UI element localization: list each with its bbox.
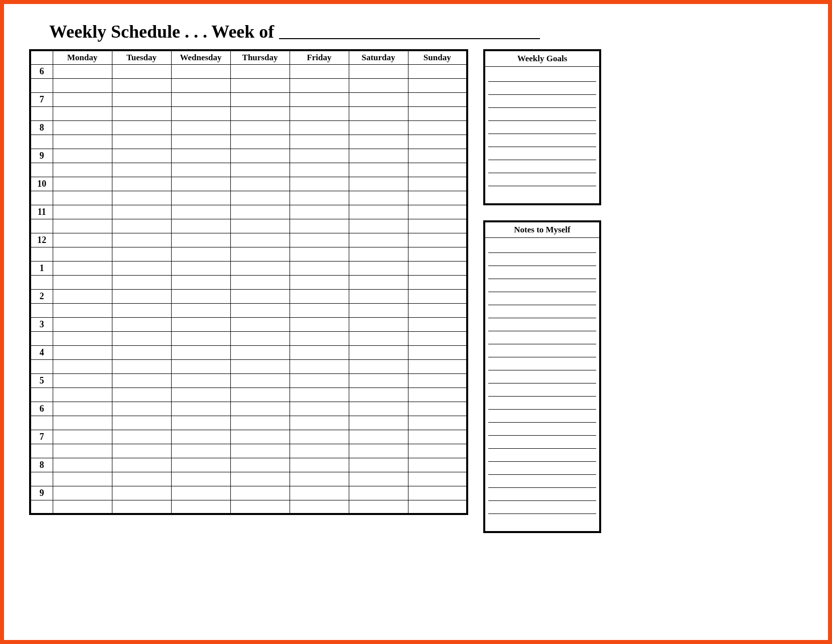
schedule-cell[interactable]	[230, 219, 290, 233]
schedule-cell[interactable]	[171, 303, 230, 317]
writing-line[interactable]	[488, 134, 596, 147]
schedule-cell[interactable]	[53, 261, 112, 275]
writing-line[interactable]	[488, 501, 596, 514]
schedule-cell[interactable]	[408, 92, 467, 106]
schedule-cell[interactable]	[408, 78, 467, 92]
schedule-cell[interactable]	[408, 303, 467, 317]
schedule-cell[interactable]	[171, 135, 230, 149]
schedule-cell[interactable]	[230, 261, 290, 275]
schedule-cell[interactable]	[171, 359, 230, 373]
writing-line[interactable]	[488, 397, 596, 410]
schedule-cell[interactable]	[53, 345, 112, 359]
schedule-cell[interactable]	[171, 458, 230, 472]
schedule-cell[interactable]	[408, 191, 467, 205]
schedule-cell[interactable]	[53, 163, 112, 177]
schedule-cell[interactable]	[171, 317, 230, 331]
schedule-cell[interactable]	[408, 120, 467, 135]
schedule-cell[interactable]	[349, 149, 408, 163]
schedule-cell[interactable]	[53, 275, 112, 289]
schedule-cell[interactable]	[290, 388, 349, 402]
schedule-cell[interactable]	[53, 106, 112, 120]
schedule-cell[interactable]	[408, 149, 467, 163]
schedule-cell[interactable]	[171, 247, 230, 261]
schedule-cell[interactable]	[112, 78, 171, 92]
schedule-cell[interactable]	[290, 345, 349, 359]
schedule-cell[interactable]	[290, 416, 349, 430]
schedule-cell[interactable]	[408, 275, 467, 289]
schedule-cell[interactable]	[290, 458, 349, 472]
schedule-cell[interactable]	[290, 64, 349, 78]
schedule-cell[interactable]	[230, 92, 290, 106]
schedule-cell[interactable]	[230, 78, 290, 92]
schedule-cell[interactable]	[349, 289, 408, 303]
schedule-cell[interactable]	[290, 303, 349, 317]
schedule-cell[interactable]	[112, 275, 171, 289]
writing-line[interactable]	[488, 331, 596, 344]
schedule-cell[interactable]	[171, 120, 230, 135]
schedule-cell[interactable]	[408, 205, 467, 219]
schedule-cell[interactable]	[290, 177, 349, 191]
writing-line[interactable]	[488, 147, 596, 160]
schedule-cell[interactable]	[53, 149, 112, 163]
schedule-cell[interactable]	[408, 106, 467, 120]
schedule-cell[interactable]	[290, 444, 349, 458]
schedule-cell[interactable]	[53, 317, 112, 331]
schedule-cell[interactable]	[53, 416, 112, 430]
schedule-cell[interactable]	[349, 106, 408, 120]
schedule-cell[interactable]	[408, 500, 467, 514]
schedule-cell[interactable]	[230, 64, 290, 78]
schedule-cell[interactable]	[349, 64, 408, 78]
schedule-cell[interactable]	[349, 416, 408, 430]
schedule-cell[interactable]	[112, 444, 171, 458]
schedule-cell[interactable]	[230, 106, 290, 120]
schedule-cell[interactable]	[53, 486, 112, 500]
schedule-cell[interactable]	[349, 247, 408, 261]
schedule-cell[interactable]	[290, 486, 349, 500]
schedule-cell[interactable]	[230, 416, 290, 430]
schedule-cell[interactable]	[230, 486, 290, 500]
schedule-cell[interactable]	[290, 106, 349, 120]
schedule-cell[interactable]	[349, 472, 408, 486]
schedule-cell[interactable]	[53, 247, 112, 261]
writing-line[interactable]	[488, 186, 596, 199]
schedule-cell[interactable]	[349, 444, 408, 458]
schedule-cell[interactable]	[349, 275, 408, 289]
schedule-cell[interactable]	[349, 163, 408, 177]
schedule-cell[interactable]	[290, 233, 349, 247]
schedule-cell[interactable]	[53, 233, 112, 247]
schedule-cell[interactable]	[290, 191, 349, 205]
schedule-cell[interactable]	[349, 388, 408, 402]
schedule-cell[interactable]	[53, 458, 112, 472]
schedule-cell[interactable]	[349, 359, 408, 373]
writing-line[interactable]	[488, 475, 596, 488]
schedule-cell[interactable]	[408, 177, 467, 191]
schedule-cell[interactable]	[290, 219, 349, 233]
schedule-cell[interactable]	[230, 388, 290, 402]
schedule-cell[interactable]	[290, 402, 349, 416]
schedule-cell[interactable]	[112, 120, 171, 135]
schedule-cell[interactable]	[408, 416, 467, 430]
schedule-cell[interactable]	[230, 373, 290, 388]
schedule-cell[interactable]	[349, 373, 408, 388]
schedule-cell[interactable]	[112, 135, 171, 149]
schedule-cell[interactable]	[290, 247, 349, 261]
schedule-cell[interactable]	[230, 500, 290, 514]
schedule-cell[interactable]	[53, 64, 112, 78]
schedule-cell[interactable]	[408, 163, 467, 177]
schedule-cell[interactable]	[112, 402, 171, 416]
schedule-cell[interactable]	[349, 402, 408, 416]
schedule-cell[interactable]	[349, 191, 408, 205]
schedule-cell[interactable]	[53, 289, 112, 303]
schedule-cell[interactable]	[112, 205, 171, 219]
schedule-cell[interactable]	[290, 205, 349, 219]
schedule-cell[interactable]	[290, 500, 349, 514]
schedule-cell[interactable]	[408, 331, 467, 345]
schedule-cell[interactable]	[230, 317, 290, 331]
writing-line[interactable]	[488, 514, 596, 527]
schedule-cell[interactable]	[349, 233, 408, 247]
schedule-cell[interactable]	[171, 388, 230, 402]
schedule-cell[interactable]	[171, 205, 230, 219]
schedule-cell[interactable]	[171, 345, 230, 359]
schedule-cell[interactable]	[290, 135, 349, 149]
schedule-cell[interactable]	[230, 402, 290, 416]
